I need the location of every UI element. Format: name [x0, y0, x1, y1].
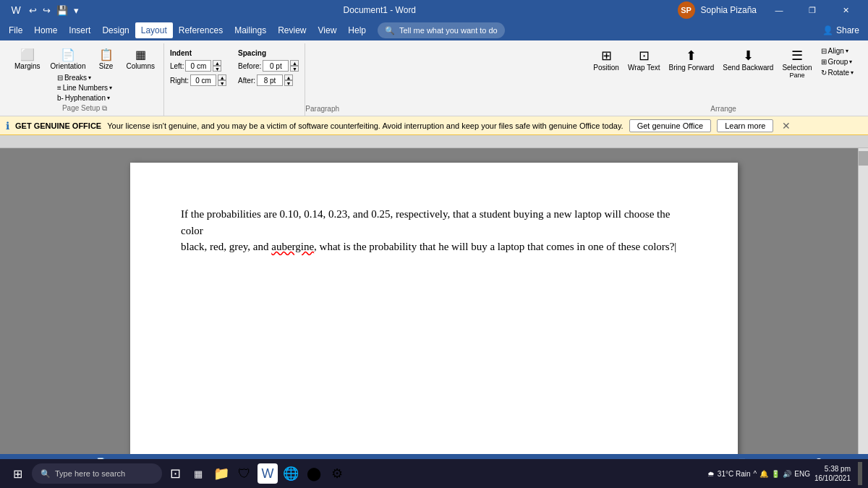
spacing-section: Spacing Before: ▲▼ After: ▲▼ — [238, 46, 299, 86]
tray-volume[interactable]: 🔊 — [783, 470, 791, 478]
menu-file[interactable]: File — [3, 22, 28, 38]
indent-right-down[interactable]: ▼ — [218, 80, 226, 86]
tray-battery: 🔋 — [771, 470, 780, 478]
restore-btn[interactable]: ❐ — [796, 0, 829, 20]
indent-right-input[interactable] — [190, 74, 216, 86]
spacing-after-label: After: — [238, 77, 255, 85]
widgets-btn[interactable]: ▦ — [188, 463, 208, 484]
tray-expand[interactable]: ^ — [754, 470, 757, 478]
spacing-after-up[interactable]: ▲ — [284, 74, 293, 80]
taskbar-shield-icon[interactable]: 🛡 — [234, 463, 255, 484]
minimize-btn[interactable]: — — [762, 0, 796, 20]
document-area[interactable]: If the probabilities are 0.10, 0.14, 0.2… — [0, 148, 868, 454]
notification-close-icon[interactable]: ✕ — [782, 120, 791, 132]
titlebar-right: SP Sophia Pizaña — ❐ ✕ — [678, 0, 862, 20]
rotate-icon: ↻ — [821, 69, 827, 77]
taskbar-app-icon[interactable]: ⚙ — [327, 463, 347, 484]
menu-review[interactable]: Review — [272, 22, 312, 38]
taskbar-search[interactable]: 🔍 Type here to search — [32, 463, 162, 484]
ribbon-group-arrange: ⊞ Position ⊡ Wrap Text ⬆ Bring Forward ⬇… — [584, 43, 862, 116]
spacing-before-input[interactable] — [263, 60, 289, 72]
line-numbers-arrow: ▾ — [109, 85, 112, 91]
wrap-text-icon: ⊡ — [639, 48, 650, 64]
ribbon: ⬜ Margins 📄 Orientation 📋 Size ▦ Columns — [0, 40, 868, 116]
orientation-label: Orientation — [51, 62, 86, 70]
close-btn[interactable]: ✕ — [829, 0, 862, 20]
show-desktop-btn[interactable] — [858, 462, 862, 485]
menu-home[interactable]: Home — [28, 22, 63, 38]
window-controls: — ❐ ✕ — [762, 0, 862, 20]
indent-left-up[interactable]: ▲ — [213, 60, 221, 66]
tray-notification[interactable]: 🔔 — [760, 470, 768, 478]
orientation-btn[interactable]: 📄 Orientation — [48, 46, 89, 72]
undo-btn[interactable]: ↩ — [29, 5, 37, 16]
taskbar-chrome-icon[interactable]: ⬤ — [304, 463, 324, 484]
indent-right-label: Right: — [170, 77, 189, 85]
rotate-btn[interactable]: ↻ Rotate ▾ — [818, 68, 856, 77]
spacing-before-down[interactable]: ▼ — [290, 66, 299, 72]
taskbar-folder-icon[interactable]: 📁 — [211, 463, 231, 484]
indent-right-up[interactable]: ▲ — [218, 74, 226, 80]
taskbar-edge-icon[interactable]: 🌐 — [281, 463, 301, 484]
group-btn[interactable]: ⊞ Group ▾ — [818, 57, 856, 67]
wrap-text-btn[interactable]: ⊡ Wrap Text — [625, 46, 663, 73]
menu-design[interactable]: Design — [96, 22, 135, 38]
menu-help[interactable]: Help — [342, 22, 372, 38]
spacing-after-input[interactable] — [257, 74, 283, 86]
tray-icons: 🌧 31°C Rain ^ 🔔 🔋 🔊 ENG — [707, 470, 810, 478]
vertical-scrollbar[interactable] — [858, 148, 868, 454]
page-setup-expand-icon[interactable]: ⧉ — [102, 104, 107, 112]
menu-references[interactable]: References — [173, 22, 229, 38]
save-btn[interactable]: 💾 — [56, 5, 68, 16]
share-button[interactable]: 👤 Share — [817, 22, 865, 38]
notification-text: Your license isn't genuine, and you may … — [107, 121, 623, 130]
indent-left-spin[interactable]: ▲▼ — [213, 60, 221, 72]
search-bar[interactable]: 🔍 Tell me what you want to do — [378, 22, 505, 38]
indent-left-input[interactable] — [185, 60, 211, 72]
indent-left-down[interactable]: ▼ — [213, 66, 221, 72]
columns-btn[interactable]: ▦ Columns — [124, 46, 158, 72]
tray-lang: ENG — [794, 470, 810, 478]
margins-btn[interactable]: ⬜ Margins — [12, 46, 43, 72]
size-label: Size — [99, 62, 113, 70]
menu-view[interactable]: View — [312, 22, 343, 38]
get-genuine-btn[interactable]: Get genuine Office — [629, 119, 712, 132]
taskbar-word-icon[interactable]: W — [258, 463, 278, 484]
align-btn[interactable]: ⊟ Align ▾ — [818, 46, 856, 56]
weather-text: 31°C Rain — [718, 470, 751, 478]
customize-qat-btn[interactable]: ▾ — [74, 5, 79, 16]
start-button[interactable]: ⊞ — [6, 462, 29, 485]
indent-left-label: Left: — [170, 62, 184, 70]
spacing-after-down[interactable]: ▼ — [284, 80, 293, 86]
time: 5:38 pm — [814, 464, 851, 474]
breaks-btn[interactable]: ⊟ Breaks ▾ — [54, 73, 115, 82]
notification-icon: ℹ — [6, 120, 9, 132]
text-line2-before: black, red, grey, and — [181, 241, 271, 252]
spacing-after-spin[interactable]: ▲▼ — [284, 74, 293, 86]
document-paragraph: If the probabilities are 0.10, 0.14, 0.2… — [181, 206, 687, 255]
titlebar-left: W ↩ ↪ 💾 ▾ — [6, 0, 82, 20]
spacing-before-up[interactable]: ▲ — [290, 60, 299, 66]
bring-forward-btn[interactable]: ⬆ Bring Forward — [666, 46, 718, 73]
redo-btn[interactable]: ↪ — [43, 5, 51, 16]
arrange-content: ⊞ Position ⊡ Wrap Text ⬆ Bring Forward ⬇… — [590, 46, 856, 103]
size-btn[interactable]: 📋 Size — [93, 46, 119, 72]
spacing-before-spin[interactable]: ▲▼ — [290, 60, 299, 72]
breaks-icon: ⊟ — [57, 74, 63, 82]
hyphenation-btn[interactable]: b‐ Hyphenation ▾ — [54, 93, 115, 103]
selection-pane-btn[interactable]: ☰ Selection Pane — [779, 46, 814, 80]
position-btn[interactable]: ⊞ Position — [590, 46, 622, 73]
line-numbers-btn[interactable]: ≡ Line Numbers ▾ — [54, 83, 115, 93]
menu-mailings[interactable]: Mailings — [229, 22, 272, 38]
taskbar-search-placeholder: Type here to search — [55, 469, 125, 478]
clock[interactable]: 5:38 pm 16/10/2021 — [814, 464, 851, 483]
menu-insert[interactable]: Insert — [63, 22, 96, 38]
learn-more-btn[interactable]: Learn more — [717, 119, 773, 132]
indent-right-spin[interactable]: ▲▼ — [218, 74, 226, 86]
send-backward-btn[interactable]: ⬇ Send Backward — [720, 46, 776, 73]
margins-label: Margins — [14, 62, 41, 70]
menu-layout[interactable]: Layout — [135, 22, 173, 38]
scrollbar-thumb[interactable] — [859, 151, 868, 166]
hyphenation-icon: b‐ — [57, 94, 64, 102]
task-view-btn[interactable]: ⊡ — [165, 463, 185, 484]
